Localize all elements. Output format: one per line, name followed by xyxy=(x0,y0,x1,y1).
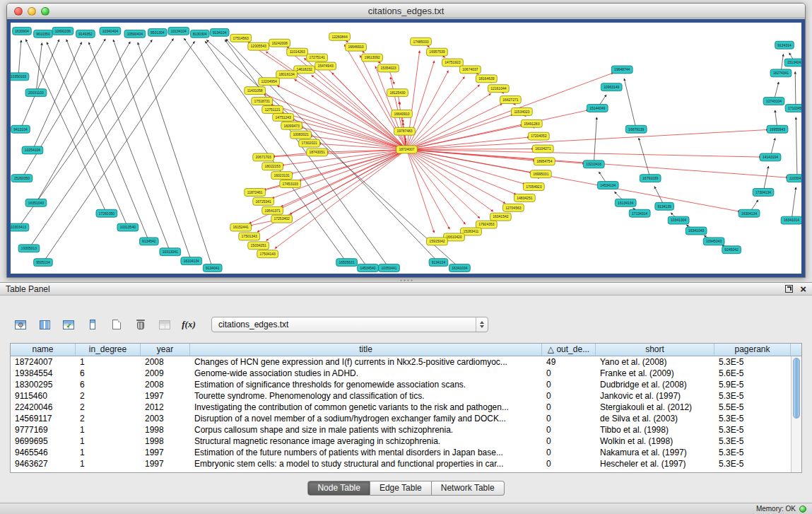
table-row[interactable]: 1872400712008Changes of HCN gene express… xyxy=(11,356,801,368)
graph-node[interactable]: 17924353 xyxy=(476,221,498,228)
graph-node[interactable]: 17134314 xyxy=(629,209,650,217)
graph-node[interactable]: 17302021 xyxy=(299,139,320,147)
graph-node[interactable]: 16351043 xyxy=(25,199,47,206)
graph-node[interactable]: 15034251 xyxy=(248,242,269,250)
graph-node[interactable]: 14534134 xyxy=(597,182,618,189)
graph-node[interactable]: 16099473 xyxy=(281,122,302,129)
graph-node[interactable]: 17453103 xyxy=(280,180,301,188)
graph-node[interactable]: 16023131 xyxy=(271,172,293,180)
table-row[interactable]: 969969511998Structural magnetic resonanc… xyxy=(11,436,801,447)
graph-node[interactable]: 18125430 xyxy=(387,89,408,97)
graph-node[interactable]: 9245042 xyxy=(722,246,741,254)
table-row[interactable]: 946554611997Estimation of the future num… xyxy=(11,447,801,458)
graph-node[interactable]: 11431058 xyxy=(245,87,266,95)
table-row[interactable]: 1830029562008Estimation of significance … xyxy=(11,379,801,390)
graph-node[interactable]: 16640910 xyxy=(392,110,413,117)
graph-node[interactable]: 12005543 xyxy=(248,42,269,50)
graph-node[interactable]: 16341043 xyxy=(686,227,707,235)
edit-columns-button[interactable]: ✓ xyxy=(59,315,78,334)
show-columns-button[interactable] xyxy=(35,315,54,334)
graph-node[interactable]: 10313041 xyxy=(160,248,181,256)
graph-node[interactable]: 16341034 xyxy=(449,264,471,272)
create-column-button[interactable] xyxy=(107,315,126,334)
graph-node[interactable]: 12743104 xyxy=(763,98,784,105)
graph-node[interactable]: 16955943 xyxy=(767,125,788,133)
graph-node[interactable]: 17275141 xyxy=(307,54,328,62)
graph-node[interactable]: 10303413 xyxy=(11,223,29,231)
graph-node[interactable]: 17260350 xyxy=(96,209,117,217)
column-button[interactable] xyxy=(83,315,102,334)
graph-node[interactable]: 9149352 xyxy=(76,30,95,37)
graph-node[interactable]: 20671703 xyxy=(253,153,274,161)
graph-node[interactable]: 18164639 xyxy=(476,75,498,83)
graph-node[interactable]: 11014263 xyxy=(287,48,308,56)
column-header-pagerank[interactable]: pagerank xyxy=(714,344,791,356)
graph-node[interactable]: 8130304 xyxy=(190,30,209,37)
graph-node[interactable]: 12751121 xyxy=(262,106,283,114)
graph-node[interactable]: 12260844 xyxy=(329,33,351,40)
graph-node[interactable]: 9134139 xyxy=(655,202,674,210)
table-row[interactable]: 946362711997Embryonic stem cells: a mode… xyxy=(11,458,801,469)
graph-node[interactable]: 10341304 xyxy=(668,216,689,224)
table-row[interactable]: 1938455462009Genome-wide association stu… xyxy=(11,368,801,379)
graph-node[interactable]: 16957539 xyxy=(427,48,448,56)
network-selector-dropdown[interactable]: citations_edges.txt xyxy=(211,317,488,332)
graph-node[interactable]: 1630904 xyxy=(13,27,32,35)
float-panel-icon[interactable] xyxy=(785,285,793,293)
column-header-name[interactable]: name xyxy=(11,344,76,356)
graph-node[interactable]: 10674037 xyxy=(460,66,481,74)
graph-node[interactable]: 17204052 xyxy=(528,132,549,140)
graph-node[interactable]: 16505631 xyxy=(336,259,358,267)
graph-node[interactable]: 10590404 xyxy=(124,30,146,37)
graph-node[interactable]: 17518731 xyxy=(252,98,273,105)
graph-node[interactable]: 13210416 xyxy=(583,160,604,168)
graph-node[interactable]: 9413104 xyxy=(11,125,30,133)
window-titlebar[interactable]: citations_edges.txt xyxy=(7,4,805,18)
column-header-short[interactable]: short xyxy=(596,344,714,356)
graph-node[interactable]: 15144049 xyxy=(587,105,608,112)
scrollbar-thumb[interactable] xyxy=(793,358,800,419)
tab-network-table[interactable]: Network Table xyxy=(432,481,505,496)
graph-node[interactable]: 15915042 xyxy=(427,238,448,245)
tab-node-table[interactable]: Node Table xyxy=(307,481,370,496)
graph-node[interactable]: 19787483 xyxy=(394,127,416,135)
graph-node[interactable]: 12161044 xyxy=(488,85,509,93)
graph-node[interactable]: 16791039 xyxy=(640,175,661,182)
table-mode-button[interactable]: ⚙ xyxy=(11,315,30,334)
graph-node[interactable]: 9501304 xyxy=(148,28,167,36)
graph-node[interactable]: 16341542 xyxy=(490,213,511,221)
graph-node[interactable]: 11030413 xyxy=(787,175,801,182)
graph-node[interactable]: 16427271 xyxy=(500,96,521,104)
delete-column-button[interactable] xyxy=(131,315,151,334)
graph-node[interactable]: 16242008 xyxy=(269,39,290,47)
graph-node[interactable]: 15134043 xyxy=(784,59,801,66)
graph-node[interactable]: 16104271 xyxy=(532,145,553,153)
graph-node[interactable]: 9610350 xyxy=(34,30,53,37)
graph-node[interactable]: 16995031 xyxy=(530,170,551,178)
graph-node[interactable]: 12704563 xyxy=(502,204,524,211)
graph-node[interactable]: 16274341 xyxy=(770,69,792,77)
graph-node[interactable]: 14751243 xyxy=(273,113,294,121)
graph-node[interactable]: 16725341 xyxy=(253,197,274,205)
graph-node[interactable]: 17504143 xyxy=(257,250,278,258)
graph-node[interactable]: 14834251 xyxy=(514,194,535,201)
graph-node[interactable]: 12204954 xyxy=(259,78,280,86)
graph-node[interactable]: 17501343 xyxy=(239,233,260,240)
graph-node[interactable]: 10134104 xyxy=(168,27,189,35)
graph-node[interactable]: 16646910 xyxy=(346,43,367,51)
graph-node[interactable]: 11534023 xyxy=(511,107,532,115)
graph-node[interactable]: 18954754 xyxy=(534,158,555,165)
close-panel-icon[interactable]: × xyxy=(800,285,806,293)
graph-node[interactable]: 10254104 xyxy=(22,146,43,154)
graph-node[interactable]: 10691036 xyxy=(52,27,73,35)
graph-node[interactable]: 16341014 xyxy=(781,216,801,224)
graph-node[interactable]: 9134314 xyxy=(775,41,794,49)
graph-node[interactable]: 16104134 xyxy=(181,257,202,265)
tab-edge-table[interactable]: Edge Table xyxy=(370,481,432,496)
graph-node[interactable]: 10963149 xyxy=(601,83,622,91)
graph-node[interactable]: 17485033 xyxy=(411,37,432,45)
function-builder-button[interactable]: f(x) xyxy=(179,315,199,334)
graph-node[interactable]: 10313540 xyxy=(117,223,139,231)
graph-node[interactable]: 14751923 xyxy=(442,59,464,66)
vertical-scrollbar[interactable] xyxy=(791,356,801,472)
